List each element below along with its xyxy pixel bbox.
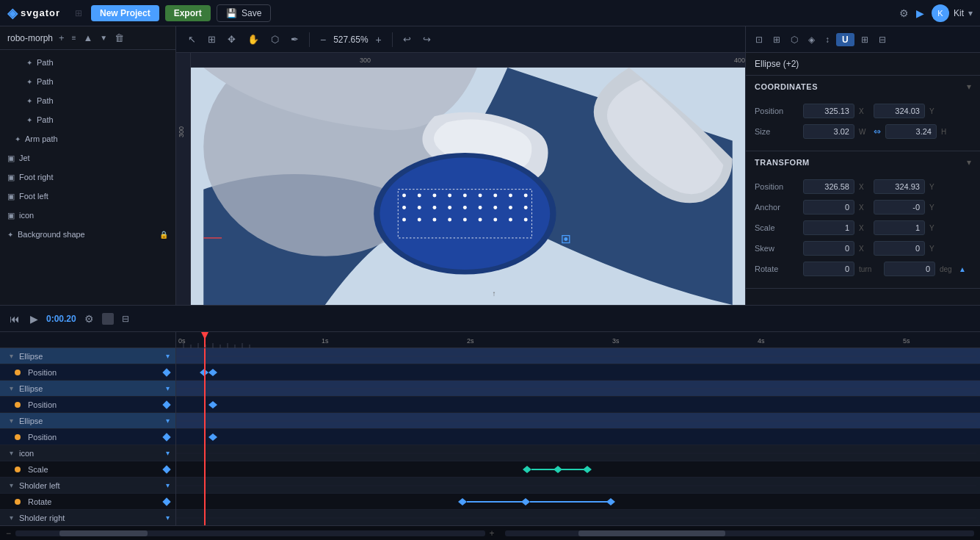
tl-sholder-left-rot-row[interactable]: Rotate <box>0 494 175 510</box>
timeline-play-button[interactable]: ▶ <box>28 311 40 327</box>
tl-add-keyframe[interactable] <box>162 497 170 505</box>
timeline-start-button[interactable]: ⏮ <box>7 311 22 327</box>
tl-icon-scale-row[interactable]: Scale <box>0 461 175 478</box>
track-ellipse1-pos[interactable] <box>176 364 980 381</box>
layer-item-footleft[interactable]: ▣ Foot left <box>0 187 175 206</box>
tl-ellipse2-row[interactable]: ▾ Ellipse ▾ <box>0 381 175 397</box>
redo-button[interactable]: ↪ <box>418 31 435 48</box>
tl-add-keyframe[interactable] <box>162 368 170 376</box>
track-ellipse2[interactable] <box>176 381 980 397</box>
timeline-tracks[interactable]: 0s 1s 2s 3s 4s 5s <box>176 332 980 525</box>
timeline-scrollbar-thumb[interactable] <box>59 530 148 536</box>
size-w-input[interactable] <box>803 124 854 139</box>
link-icon[interactable]: ⇔ <box>874 126 881 137</box>
tl-ellipse1-pos-row[interactable]: Position <box>0 364 175 381</box>
tl-expand-ellipse2[interactable]: ▾ <box>6 384 16 392</box>
shape-tool-button[interactable]: ⬡ <box>266 31 283 48</box>
layer-item-armpath[interactable]: ✦ Arm path <box>0 129 175 148</box>
anchor-y-input[interactable] <box>874 200 925 215</box>
transform-pos-x-input[interactable] <box>803 179 854 194</box>
scale-y-input[interactable] <box>874 220 925 235</box>
tl-icon-row[interactable]: ▾ icon ▾ <box>0 445 175 461</box>
distribute-tool-btn[interactable]: ⊞ <box>769 32 784 47</box>
tl-ellipse1-row[interactable]: ▾ Ellipse ▾ <box>0 348 175 364</box>
undo-button[interactable]: ↩ <box>399 31 415 48</box>
tl-expand-icon[interactable]: ▾ <box>6 449 16 457</box>
layer-menu-icon[interactable]: ≡ <box>70 32 78 43</box>
layer-down-icon[interactable]: ▼ <box>98 32 109 43</box>
extra-tool-btn[interactable]: ⊟ <box>875 32 890 47</box>
chevron-down-icon[interactable]: ▾ <box>968 8 973 18</box>
settings-icon[interactable]: ⚙ <box>899 7 909 19</box>
timeline-settings-button[interactable]: ⚙ <box>82 311 96 327</box>
track-ellipse3-pos[interactable] <box>176 429 980 445</box>
arrange-tool-btn[interactable]: ↕ <box>821 32 833 47</box>
scroll-minus-button[interactable]: − <box>6 528 11 539</box>
track-ellipse1[interactable] <box>176 348 980 364</box>
track-icon-scale[interactable] <box>176 461 980 478</box>
pan-tool-button[interactable]: ✋ <box>243 31 264 48</box>
layer-item-footright[interactable]: ▣ Foot right <box>0 168 175 187</box>
layer-item[interactable]: ✦ Path <box>0 53 175 72</box>
tl-add-keyframe[interactable] <box>162 465 170 473</box>
rotate-val-input[interactable] <box>803 262 854 276</box>
layer-item-icon[interactable]: ▣ icon <box>0 206 175 225</box>
tl-expand-sholderright[interactable]: ▾ <box>6 514 16 522</box>
track-scrollbar-thumb[interactable] <box>578 530 725 536</box>
new-project-button[interactable]: New Project <box>91 5 159 21</box>
hand-tool-button[interactable]: ✥ <box>223 31 240 48</box>
scale-x-input[interactable] <box>803 220 854 235</box>
zoom-out-button[interactable]: − <box>316 32 330 47</box>
track-sholder-left[interactable] <box>176 478 980 494</box>
layer-add-button[interactable]: + <box>57 31 66 45</box>
rotate-deg-input[interactable] <box>884 262 935 276</box>
underline-tool-btn[interactable]: U <box>836 33 854 46</box>
tl-expand-ellipse3[interactable]: ▾ <box>6 417 16 425</box>
align-tool-btn[interactable]: ⊡ <box>752 32 766 47</box>
tl-expand-ellipse1[interactable]: ▾ <box>6 352 16 360</box>
tl-ellipse2-pos-row[interactable]: Position <box>0 397 175 413</box>
track-sholder-right[interactable] <box>176 510 980 525</box>
coordinates-header[interactable]: Coordinates ▾ <box>746 76 980 98</box>
layer-item-background-shape[interactable]: ✦ Background shape 🔒 <box>0 225 175 244</box>
skew-x-input[interactable] <box>803 241 854 256</box>
effect-tool-btn[interactable]: ◈ <box>805 32 819 47</box>
transform-pos-y-input[interactable] <box>874 179 925 194</box>
tl-expand-sholderleft[interactable]: ▾ <box>6 481 16 489</box>
transform-header[interactable]: Transform ▾ <box>746 151 980 173</box>
track-ellipse2-pos[interactable] <box>176 397 980 413</box>
position-x-input[interactable] <box>803 104 854 118</box>
tl-sholder-right-row[interactable]: ▾ Sholder right ▾ <box>0 510 175 525</box>
save-button[interactable]: 💾 Save <box>217 4 272 22</box>
layer-item[interactable]: ✦ Path <box>0 91 175 110</box>
track-sholder-left-rot[interactable] <box>176 494 980 510</box>
layer-item[interactable]: ✦ Path <box>0 110 175 129</box>
timeline-scrollbar-track[interactable] <box>15 530 484 536</box>
layer-delete-icon[interactable]: 🗑 <box>113 31 126 45</box>
play-icon[interactable]: ▶ <box>916 7 924 19</box>
skew-y-input[interactable] <box>874 241 925 256</box>
layer-up-icon[interactable]: ▲ <box>81 31 94 45</box>
track-icon[interactable] <box>176 445 980 461</box>
layer-item[interactable]: ✦ Path <box>0 72 175 91</box>
blend-tool-btn[interactable]: ⬡ <box>787 32 802 47</box>
layer-item-jet[interactable]: ▣ Jet <box>0 148 175 168</box>
tl-add-keyframe[interactable] <box>162 433 170 441</box>
export-button[interactable]: Export <box>165 5 211 21</box>
timeline-marker-button[interactable]: ⊟ <box>120 312 131 326</box>
tl-add-keyframe[interactable] <box>162 400 170 408</box>
tl-ellipse3-row[interactable]: ▾ Ellipse ▾ <box>0 413 175 429</box>
canvas-viewport[interactable]: ↑ <box>191 68 745 305</box>
direct-select-tool-button[interactable]: ⊞ <box>203 31 220 48</box>
anchor-x-input[interactable] <box>803 200 854 215</box>
canvas-container[interactable]: 300 400 300 <box>176 53 745 305</box>
position-y-input[interactable] <box>874 104 925 118</box>
pen-tool-button[interactable]: ✒ <box>286 31 303 48</box>
tl-sholder-left-row[interactable]: ▾ Sholder left ▾ <box>0 478 175 494</box>
scroll-plus-button[interactable]: + <box>490 528 495 539</box>
track-scrollbar-track[interactable] <box>505 530 974 536</box>
grid-tool-btn[interactable]: ⊞ <box>857 32 872 47</box>
tl-ellipse3-pos-row[interactable]: Position <box>0 429 175 445</box>
size-h-input[interactable] <box>885 124 937 139</box>
zoom-in-button[interactable]: + <box>371 32 386 47</box>
